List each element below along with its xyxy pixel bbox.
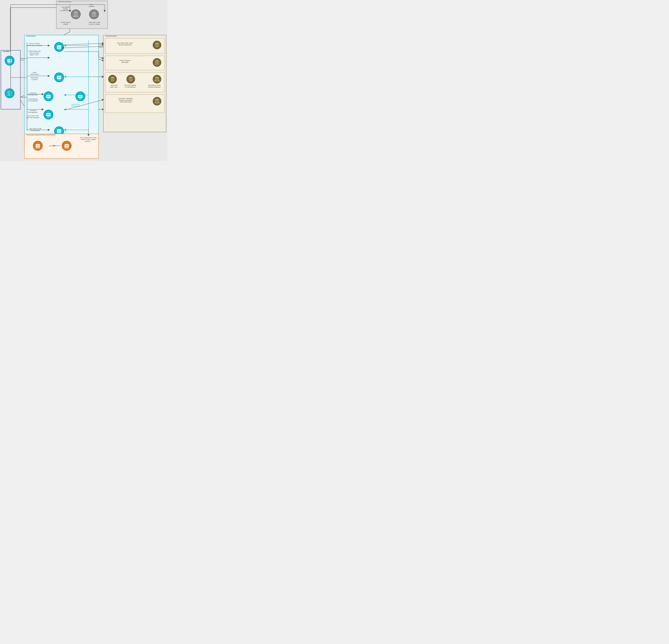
mdm-server-label: MDM (58, 49, 60, 50)
execution-label: TALEND EXECUTION SERVERS (26, 134, 56, 136)
mdm-server-icon: t MDM (54, 42, 64, 52)
runtime-icon: t Runtime (33, 141, 43, 151)
browser-icon: www Browser (5, 88, 14, 98)
iam-server-icon: t IAM (75, 92, 85, 101)
mdm-desc2: Publish system datasuch as models,trigge… (25, 51, 44, 56)
tdp-server-icon: t TDP (44, 92, 53, 101)
audit-db-icon: Audit (127, 75, 135, 83)
admin-db-label: Admin (111, 80, 114, 81)
repositories-label: REPOSITORIES (58, 1, 72, 3)
execution-desc: Set up deployment for Jobs, services, ro… (79, 137, 98, 142)
monitoring-db-icon: Monitoring (153, 75, 161, 83)
tac-server-label: TAC (58, 80, 60, 81)
repositories-box: REPOSITORIES ArtifactRepository Git/SVN … (56, 1, 108, 29)
execution-servers-box: TALEND EXECUTION SERVERS t Runtime OR t … (24, 134, 99, 159)
mdm-desc1: Govern & monitormaster data and staging (25, 43, 44, 46)
studio-icon-wrapper: t Studio (5, 56, 14, 66)
mdm-db-desc: Store system data, masterdata and stagin… (107, 42, 143, 46)
browser-icon-wrapper: www Browser (5, 88, 14, 98)
jobserver-icon: t JobServer (62, 141, 72, 151)
audit-db-label: Audit (129, 80, 132, 81)
clients-box: CLIENTS t Studio www Browser (1, 50, 20, 109)
artifact-repository-label: ArtifactRepository (73, 15, 79, 17)
artifact-get-updates-label: Get software updates& publish artifacts (59, 6, 72, 12)
diagram-container: REPOSITORIES ArtifactRepository Git/SVN … (0, 0, 167, 161)
dq-mart-label: DQ Mart (155, 64, 159, 65)
tac-desc1: Checkauthorizations (25, 72, 44, 75)
mdm-db-subbox: MDM Store system data, masterdata and st… (105, 38, 165, 54)
servers-box: SERVERS t MDM t TAC t TDP (24, 35, 99, 146)
databases-label: DATABASES (105, 35, 117, 37)
mongodb-desc: Store tasks, campaigns,datasets, prepara… (107, 98, 145, 103)
store-metadata-label: Storemetadata (85, 4, 98, 7)
browser-label: Browser (8, 95, 12, 96)
jobserver-label: JobServer (64, 148, 69, 149)
tac-server-icon: t TAC (54, 72, 64, 82)
git-svn-label: Git/SVN (92, 15, 96, 16)
admin-audit-monitoring-subbox: Admin Store users,rights, roles... Audit… (105, 72, 165, 92)
tds-desc1: Access theWeb application (25, 110, 41, 113)
databases-box: DATABASES MDM Store system data, masterd… (103, 35, 166, 132)
studio-label: Studio (8, 63, 11, 64)
mdm-db-label: MDM (156, 46, 158, 47)
iam-desc1: Manages SSOauthentication (67, 103, 84, 107)
dict-desc1: Add, remove or editsemantic types (25, 128, 45, 131)
dq-mart-subbox: DQ Mart Collect and governdata quality (105, 56, 165, 70)
iam-server-label: IAM (80, 98, 81, 99)
or-label: OR (53, 145, 55, 147)
admin-db-icon: Admin (108, 75, 117, 83)
tac-desc2: Administrate& monitor (25, 77, 44, 81)
tds-desc2: Load, read or edittasks into campaigns (25, 115, 41, 118)
studio-icon: t Studio (5, 56, 14, 66)
audit-db-desc: Send Job metadatato Audit database (122, 84, 139, 88)
git-svn-icon: Git/SVN (89, 10, 99, 19)
mdm-db-icon: MDM (153, 41, 161, 49)
tds-server-label: TDS (47, 117, 49, 118)
share-jobs-label: Share Jobs, routesservices & models (86, 22, 103, 25)
mongodb-subbox: MongoDB Store tasks, campaigns,datasets,… (105, 95, 165, 113)
send-request-artifacts-label: Send & requestartifacts (59, 22, 72, 25)
admin-db-desc: Store users,rights, roles... (107, 84, 122, 88)
mongodb-icon: MongoDB (153, 97, 161, 106)
artifact-repository-icon: ArtifactRepository (71, 10, 81, 19)
tdp-server-label: TDP (47, 98, 49, 99)
runtime-label: Runtime (36, 148, 40, 149)
mongodb-label: MongoDB (154, 102, 159, 103)
dq-mart-icon: DQ Mart (153, 58, 161, 67)
tdp-desc1: Access theWeb application (25, 92, 41, 96)
monitoring-db-label: Monitoring (154, 80, 160, 81)
tds-server-icon: t TDS (44, 110, 53, 120)
dq-mart-desc: Collect and governdata quality (107, 60, 143, 63)
tdp-desc2: Create datasets,run preparations (25, 98, 41, 102)
servers-label: SERVERS (26, 35, 36, 37)
monitoring-db-desc: Send data to ActivityMonitoring database (145, 84, 163, 88)
clients-label: CLIENTS (2, 50, 12, 52)
